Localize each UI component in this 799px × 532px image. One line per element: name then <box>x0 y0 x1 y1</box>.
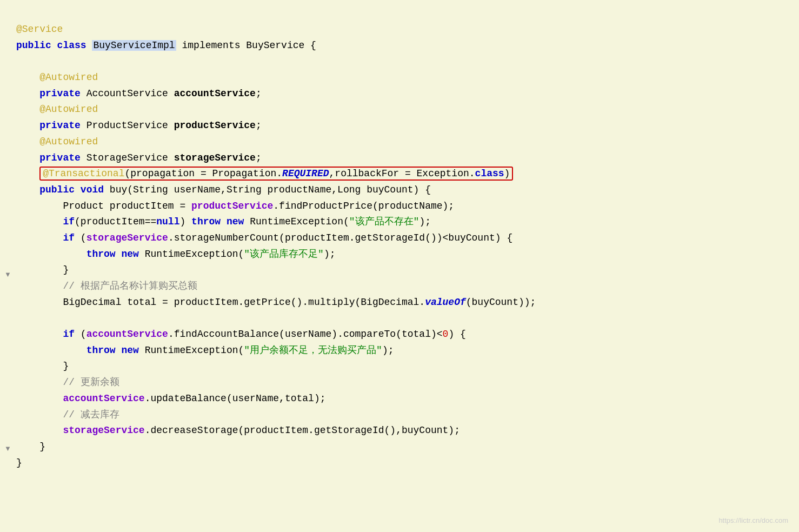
line-total-calc: BigDecimal total = productItem.getPrice(… <box>16 297 536 308</box>
line-comment-balance: // 更新余额 <box>16 377 119 388</box>
line-method-decl: public void buy(String userName,String p… <box>16 184 431 195</box>
line-null-check: if(productItem==null) throw new RuntimeE… <box>16 216 431 227</box>
line-field-account: private AccountService accountService; <box>16 88 262 99</box>
line-transactional: @Transactional(propagation = Propagation… <box>16 167 513 181</box>
line-product-item: Product productItem = productService.fin… <box>16 201 454 211</box>
fold-marker-method[interactable]: ▼ <box>4 269 11 281</box>
line-update-balance: accountService.updateBalance(userName,to… <box>16 393 326 404</box>
line-autowired-3: @Autowired <box>16 136 98 147</box>
line-field-product: private ProductService productService; <box>16 120 262 131</box>
line-brace-storage: } <box>16 264 69 275</box>
line-throw-storage: throw new RuntimeException("该产品库存不足"); <box>16 249 336 260</box>
line-storage-check: if (storageService.storageNumberCount(pr… <box>16 232 512 243</box>
code-block: @Service public class BuyServiceImpl imp… <box>0 11 799 482</box>
line-comment-total: // 根据产品名称计算购买总额 <box>16 281 197 291</box>
line-class-decl: public class BuyServiceImpl implements B… <box>16 40 316 51</box>
code-editor: @Service public class BuyServiceImpl imp… <box>0 0 799 532</box>
line-balance-check: if (accountService.findAccountBalance(us… <box>16 329 466 340</box>
line-class-close: } <box>16 457 22 468</box>
line-throw-balance: throw new RuntimeException("用户余额不足，无法购买产… <box>16 345 394 356</box>
line-autowired-1: @Autowired <box>16 72 98 83</box>
line-method-close: } <box>16 441 45 452</box>
fold-marker-class[interactable]: ▼ <box>4 443 11 455</box>
line-decrease-storage: storageService.decreaseStorage(productIt… <box>16 425 460 436</box>
line-brace-balance: } <box>16 361 69 371</box>
line-field-storage: private StorageService storageService; <box>16 152 262 163</box>
line-comment-storage: // 减去库存 <box>16 409 119 420</box>
line-autowired-2: @Autowired <box>16 104 98 115</box>
watermark: https://lictr.cn/doc.com <box>718 515 788 527</box>
line-annotation-service: @Service <box>16 24 63 35</box>
